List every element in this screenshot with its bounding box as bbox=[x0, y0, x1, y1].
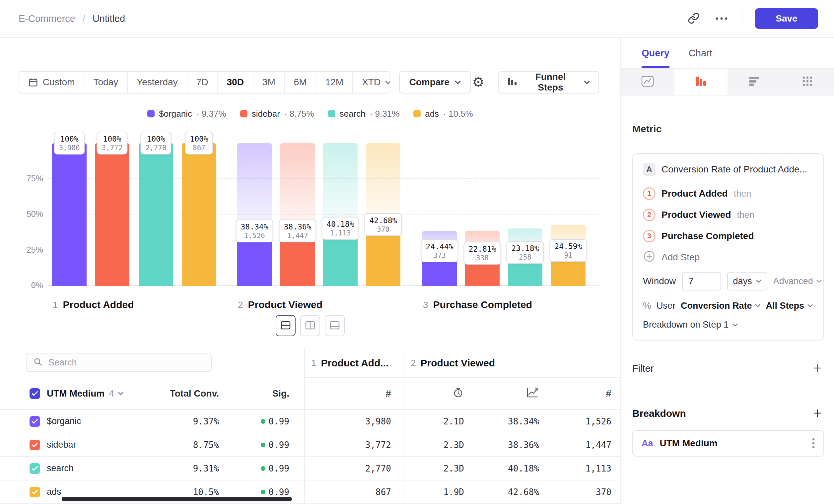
measure-scope-select[interactable]: All Steps bbox=[766, 301, 813, 311]
add-breakdown-button[interactable] bbox=[811, 407, 824, 420]
metric-step[interactable]: 2Product Viewedthen bbox=[643, 204, 813, 226]
layout-split-vertical-button[interactable] bbox=[300, 315, 320, 336]
row-checkbox[interactable] bbox=[29, 440, 40, 450]
conversion-chart-icon bbox=[526, 387, 539, 401]
step2-conversion-column-header[interactable] bbox=[523, 378, 539, 409]
table-row[interactable]: $organic9.37%0.993,9802.1D38.34%1,526 bbox=[0, 410, 620, 433]
chart-type-funnel-tab[interactable] bbox=[675, 69, 728, 95]
group-column-header[interactable]: UTM Medium 4 bbox=[47, 378, 124, 409]
measure-entity[interactable]: User bbox=[657, 301, 676, 311]
bar-pct-value: 38.34% bbox=[241, 222, 268, 232]
chart-type-flows-tab[interactable] bbox=[781, 69, 834, 95]
breakdown-heading: Breakdown bbox=[632, 408, 686, 419]
row-checkbox[interactable] bbox=[29, 416, 40, 427]
date-range-yesterday[interactable]: Yesterday bbox=[128, 72, 188, 93]
chevron-down-icon bbox=[756, 279, 761, 283]
funnel-bar-label: 22.81%330 bbox=[463, 242, 501, 265]
date-range-30d[interactable]: 30D bbox=[218, 72, 253, 93]
chart-view-selector[interactable]: Funnel Steps bbox=[498, 71, 599, 93]
step2-time-cell: 2.3D bbox=[411, 457, 464, 480]
add-step-button[interactable]: Add Step bbox=[643, 247, 813, 268]
funnel-bar[interactable] bbox=[95, 143, 129, 286]
step-name: Product Added bbox=[63, 299, 134, 311]
hash-icon: # bbox=[386, 388, 391, 399]
chart-settings-button[interactable]: ⚙ bbox=[471, 75, 486, 90]
row-label: search bbox=[47, 457, 133, 480]
date-range-custom[interactable]: Custom bbox=[19, 72, 84, 93]
date-range-12m[interactable]: 12M bbox=[316, 72, 353, 93]
tab-chart[interactable]: Chart bbox=[689, 38, 712, 68]
date-range-xtd[interactable]: XTD bbox=[353, 72, 391, 93]
step2-count-cell: 370 bbox=[547, 480, 611, 503]
legend-item[interactable]: $organic· 9.37% bbox=[147, 109, 226, 119]
legend-item[interactable]: search· 9.31% bbox=[328, 109, 400, 119]
bar-count-value: 3,772 bbox=[102, 144, 123, 152]
row-checkbox[interactable] bbox=[29, 463, 40, 474]
funnel-bar-previous-step bbox=[323, 143, 358, 228]
chart-type-retention-tab[interactable] bbox=[727, 69, 781, 95]
compare-label: Compare bbox=[409, 77, 449, 88]
chevron-down-icon bbox=[816, 279, 822, 283]
share-link-button[interactable] bbox=[686, 11, 701, 26]
legend-item[interactable]: sidebar· 8.75% bbox=[240, 109, 314, 119]
save-button[interactable]: Save bbox=[755, 8, 818, 29]
tab-query[interactable]: Query bbox=[642, 38, 670, 68]
metric-heading: Metric bbox=[632, 123, 824, 135]
bar-pct-value: 40.18% bbox=[326, 219, 354, 229]
step2-count-column-header[interactable]: # bbox=[599, 378, 611, 409]
date-range-3m[interactable]: 3M bbox=[254, 72, 285, 93]
metric-step[interactable]: 1Product Addedthen bbox=[643, 183, 813, 204]
metric-title-row[interactable]: A Conversion Rate of Product Adde... bbox=[643, 163, 813, 176]
table-row[interactable]: sidebar8.75%0.993,7722.3D38.36%1,447 bbox=[0, 433, 620, 457]
window-unit-select[interactable]: days bbox=[727, 272, 767, 291]
total-conv-column-header[interactable]: Total Conv. bbox=[142, 378, 219, 409]
sig-column-header[interactable]: Sig. bbox=[268, 378, 289, 409]
step-title: Product Add... bbox=[321, 358, 389, 369]
horizontal-scrollbar-thumb[interactable] bbox=[62, 497, 292, 501]
funnel-bar[interactable] bbox=[182, 143, 216, 286]
query-sidebar: Query Chart bbox=[620, 38, 834, 504]
step-name: Purchase Completed bbox=[433, 299, 532, 311]
chart-type-insights-tab[interactable] bbox=[621, 69, 675, 95]
row-checkbox[interactable] bbox=[29, 487, 40, 497]
date-range-label: Yesterday bbox=[137, 77, 178, 88]
funnel-bar-label: 100%3,772 bbox=[96, 132, 127, 155]
step2-conversion-cell: 40.18% bbox=[475, 457, 539, 480]
window-value-input[interactable] bbox=[682, 272, 721, 291]
add-filter-button[interactable] bbox=[811, 362, 824, 375]
compare-button[interactable]: Compare bbox=[399, 71, 470, 93]
table-row[interactable]: search9.31%0.992,7702.3D40.18%1,113 bbox=[0, 457, 620, 480]
measurement-row: % User Conversion Rate All Steps bbox=[643, 300, 813, 311]
step-number: 1 bbox=[53, 300, 58, 311]
measure-type-select[interactable]: Conversion Rate bbox=[681, 301, 761, 311]
search-input[interactable] bbox=[48, 357, 204, 368]
plus-circle-icon bbox=[643, 250, 656, 265]
date-range-label: Today bbox=[93, 77, 118, 88]
date-range-today[interactable]: Today bbox=[84, 72, 128, 93]
toolbar-right: ⚙ Funnel Steps bbox=[471, 71, 599, 93]
group-column-label: UTM Medium bbox=[47, 388, 105, 399]
bar-count-value: 1,526 bbox=[241, 232, 268, 240]
date-range-7d[interactable]: 7D bbox=[188, 72, 218, 93]
layout-split-horizontal-button[interactable] bbox=[276, 315, 295, 336]
more-options-button[interactable] bbox=[714, 11, 729, 26]
breadcrumb-project[interactable]: E-Commerce bbox=[19, 13, 75, 24]
metric-step-suffix: then bbox=[737, 210, 755, 220]
date-range-6m[interactable]: 6M bbox=[285, 72, 316, 93]
more-options-icon[interactable] bbox=[812, 438, 815, 449]
funnel-bar-label: 23.18%258 bbox=[506, 241, 544, 264]
select-all-checkbox[interactable] bbox=[29, 388, 40, 399]
breakdown-on-select[interactable]: Breakdown on Step 1 bbox=[643, 320, 813, 330]
advanced-toggle[interactable]: Advanced bbox=[773, 276, 822, 287]
significance-cell: 0.99 bbox=[268, 410, 289, 433]
breakdown-item[interactable]: AaUTM Medium bbox=[632, 430, 824, 457]
step1-count-column-header[interactable]: # bbox=[379, 378, 391, 409]
breadcrumb-report-title[interactable]: Untitled bbox=[92, 13, 125, 24]
step2-time-column-header[interactable] bbox=[449, 378, 464, 409]
funnel-bar[interactable] bbox=[52, 143, 87, 286]
chevron-down-icon bbox=[455, 81, 461, 84]
funnel-bar[interactable] bbox=[139, 143, 173, 286]
layout-bottom-panel-button[interactable] bbox=[325, 315, 345, 336]
metric-step[interactable]: 3Purchase Completed bbox=[643, 226, 813, 247]
legend-item[interactable]: ads· 10.5% bbox=[413, 109, 473, 119]
